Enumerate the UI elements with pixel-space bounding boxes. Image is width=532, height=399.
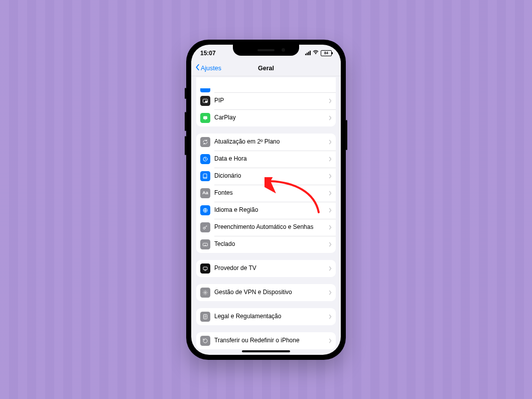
keyboard-icon xyxy=(200,239,210,249)
chevron-right-icon xyxy=(329,290,332,295)
list-item-autofill-passwords[interactable]: Preenchimento Automático e Senhas xyxy=(196,219,336,236)
list-item-language-region[interactable]: Idioma e Região xyxy=(196,202,336,219)
volume-down-button xyxy=(185,136,186,155)
home-indicator[interactable] xyxy=(242,350,290,352)
chevron-right-icon xyxy=(329,208,332,213)
mute-switch xyxy=(185,88,186,99)
refresh-icon xyxy=(200,137,210,147)
list-item-pip[interactable]: PIP xyxy=(196,92,336,109)
status-time: 15:07 xyxy=(200,50,216,57)
list-item-tv-provider[interactable]: Provedor de TV xyxy=(196,260,336,277)
row-label: Legal e Regulamentação xyxy=(214,313,325,320)
list-item-dictionary[interactable]: Dicionário xyxy=(196,168,336,185)
nav-back-button[interactable]: Ajustes xyxy=(195,61,221,76)
chevron-right-icon xyxy=(329,98,332,103)
status-indicators: 84 xyxy=(305,49,332,57)
list-item-background-refresh[interactable]: Atualização em 2º Plano xyxy=(196,134,336,151)
list-item-keyboard[interactable]: Teclado xyxy=(196,236,336,253)
list-item-legal[interactable]: Legal e Regulamentação xyxy=(196,308,336,325)
nav-bar: Ajustes Geral xyxy=(191,61,341,76)
chevron-right-icon xyxy=(329,157,332,162)
battery-level: 84 xyxy=(324,51,328,55)
legal-icon xyxy=(200,312,210,322)
carplay-icon xyxy=(200,113,210,123)
row-label: Data e Hora xyxy=(214,155,325,162)
settings-list[interactable]: PIP CarPlay Atualização em 2º xyxy=(191,76,341,355)
device-notch xyxy=(233,45,299,56)
svg-point-0 xyxy=(315,54,316,54)
chevron-right-icon xyxy=(329,338,332,343)
settings-group-5: Transferir ou Redefinir o iPhone xyxy=(196,332,336,349)
row-label: PIP xyxy=(214,97,325,104)
list-item-vpn[interactable]: Gestão de VPN e Dispositivo xyxy=(196,284,336,301)
globe-icon xyxy=(200,205,210,215)
list-item-date-time[interactable]: Data e Hora xyxy=(196,151,336,168)
app-icon-peek xyxy=(200,88,210,92)
svg-rect-8 xyxy=(203,243,208,246)
settings-group-1: Atualização em 2º Plano Data e Hora Dici… xyxy=(196,134,336,253)
chevron-right-icon xyxy=(329,191,332,196)
row-label: Teclado xyxy=(214,240,325,247)
row-label: Preenchimento Automático e Senhas xyxy=(214,223,325,230)
book-icon xyxy=(200,171,210,181)
list-item-fonts[interactable]: Aa Fontes xyxy=(196,185,336,202)
phone-screen: 15:07 84 Ajustes Geral xyxy=(191,45,341,355)
svg-point-15 xyxy=(205,292,206,293)
nav-back-label: Ajustes xyxy=(201,65,221,72)
row-label: Transferir ou Redefinir o iPhone xyxy=(214,337,325,344)
nav-title: Geral xyxy=(258,65,274,72)
chevron-right-icon xyxy=(329,140,332,145)
tv-icon xyxy=(200,263,210,274)
list-item-transfer-reset[interactable]: Transferir ou Redefinir o iPhone xyxy=(196,332,336,349)
row-label: Provedor de TV xyxy=(214,264,325,272)
chevron-right-icon xyxy=(329,314,332,319)
chevron-right-icon xyxy=(329,242,332,247)
fonts-icon: Aa xyxy=(200,188,210,198)
volume-up-button xyxy=(185,112,186,131)
reset-icon xyxy=(200,336,210,346)
clock-icon xyxy=(200,154,210,164)
chevron-left-icon xyxy=(195,64,200,72)
settings-group-3: Gestão de VPN e Dispositivo xyxy=(196,284,336,301)
settings-group-0: PIP CarPlay xyxy=(196,77,336,126)
settings-group-4: Legal e Regulamentação xyxy=(196,308,336,325)
row-label: Atualização em 2º Plano xyxy=(214,138,325,145)
chevron-right-icon xyxy=(329,225,332,230)
list-item-carplay[interactable]: CarPlay xyxy=(196,109,336,126)
row-label: Gestão de VPN e Dispositivo xyxy=(214,289,325,296)
svg-rect-3 xyxy=(203,116,207,119)
list-item-peek[interactable] xyxy=(196,77,336,92)
row-label: Fontes xyxy=(214,189,325,196)
svg-point-4 xyxy=(205,119,206,120)
settings-group-2: Provedor de TV xyxy=(196,260,336,277)
row-label: Dicionário xyxy=(214,172,325,179)
chevron-right-icon xyxy=(329,174,332,179)
svg-rect-13 xyxy=(203,267,207,270)
battery-indicator: 84 xyxy=(321,50,332,56)
power-button xyxy=(346,120,347,150)
row-label: Idioma e Região xyxy=(214,206,325,213)
vpn-icon xyxy=(200,288,210,298)
chevron-right-icon xyxy=(329,115,332,120)
pip-icon xyxy=(200,96,210,106)
key-icon xyxy=(200,222,210,232)
phone-frame: 15:07 84 Ajustes Geral xyxy=(186,40,346,360)
wifi-icon xyxy=(313,49,319,57)
svg-rect-2 xyxy=(205,101,207,102)
cellular-signal-icon xyxy=(305,51,311,55)
row-label: CarPlay xyxy=(214,114,325,121)
chevron-right-icon xyxy=(329,266,332,271)
